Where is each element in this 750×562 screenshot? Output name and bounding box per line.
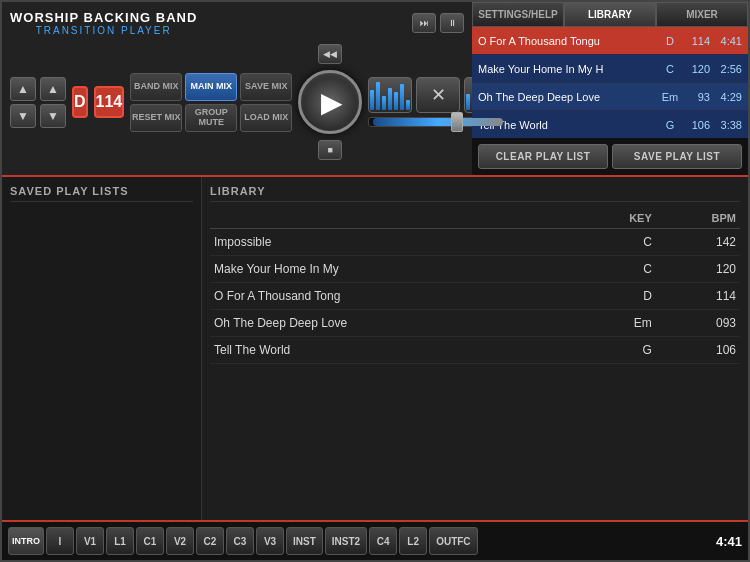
song-key: D xyxy=(658,35,682,47)
playlist-item[interactable]: O For A Thousand Tongu D 114 4:41 xyxy=(472,27,748,55)
app-title: WORSHIP BACKING BAND xyxy=(10,10,197,25)
playlist-item[interactable]: Make Your Home In My H C 120 2:56 xyxy=(472,55,748,83)
save-mix-btn[interactable]: SAVE MIX xyxy=(240,73,292,101)
mix-row-1: BAND MIX MAIN MIX SAVE MIX xyxy=(130,73,292,101)
bar6 xyxy=(400,84,404,110)
small-bottom-transport: ■ xyxy=(318,140,342,160)
c3-btn[interactable]: C3 xyxy=(226,527,254,555)
playlist-container: O For A Thousand Tongu D 114 4:41 Make Y… xyxy=(472,27,748,138)
bpm-down-btn[interactable]: ▼ xyxy=(40,104,66,128)
lib-song-name: Tell The World xyxy=(210,337,576,364)
app-subtitle: TRANSITION PLAYER xyxy=(10,25,197,36)
library-row[interactable]: Tell The World G 106 xyxy=(210,337,740,364)
v2-btn[interactable]: V2 xyxy=(166,527,194,555)
reset-mix-btn[interactable]: RESET MIX xyxy=(130,104,182,132)
load-mix-btn[interactable]: LOAD MIX xyxy=(240,104,292,132)
play-icon: ▶ xyxy=(321,86,343,119)
saved-playlists-header: SAVED PLAY LISTS xyxy=(10,185,193,202)
main-mix-btn[interactable]: MAIN MIX xyxy=(185,73,237,101)
bpm-up-btn[interactable]: ▲ xyxy=(40,77,66,101)
inst-btn[interactable]: INST xyxy=(286,527,323,555)
inst2-btn[interactable]: INST2 xyxy=(325,527,367,555)
playlist-item[interactable]: Tell The World G 106 3:38 xyxy=(472,111,748,138)
mix-row-2: RESET MIX GROUP MUTE LOAD MIX xyxy=(130,104,292,132)
fast-forward-btn[interactable]: ⏭ xyxy=(412,13,436,33)
right-panel: SETTINGS/HELP LIBRARY MIXER O For A Thou… xyxy=(472,2,748,175)
library-row[interactable]: Make Your Home In My C 120 xyxy=(210,256,740,283)
intro-btn[interactable]: INTRO xyxy=(8,527,44,555)
bar3 xyxy=(382,96,386,110)
crossfade-btn[interactable]: ✕ xyxy=(416,77,460,113)
c4-btn[interactable]: C4 xyxy=(369,527,397,555)
lib-song-name: Make Your Home In My xyxy=(210,256,576,283)
song-time: 4:41 xyxy=(710,35,742,47)
key-display: D xyxy=(72,86,88,118)
c1-btn[interactable]: C1 xyxy=(136,527,164,555)
bar1 xyxy=(370,90,374,110)
save-playlist-btn[interactable]: SAVE PLAY LIST xyxy=(612,144,742,169)
slider-thumb[interactable] xyxy=(451,112,463,132)
i-btn[interactable]: I xyxy=(46,527,74,555)
bar4 xyxy=(388,88,392,110)
library-header: LIBRARY xyxy=(210,185,740,202)
play-button[interactable]: ▶ xyxy=(298,70,362,134)
clear-playlist-btn[interactable]: CLEAR PLAY LIST xyxy=(478,144,608,169)
song-bpm: 120 xyxy=(682,63,710,75)
key-up-btn[interactable]: ▲ xyxy=(10,77,36,101)
song-time: 2:56 xyxy=(710,63,742,75)
lib-song-key: Em xyxy=(576,310,655,337)
library-row[interactable]: Impossible C 142 xyxy=(210,229,740,256)
library-row[interactable]: O For A Thousand Tong D 114 xyxy=(210,283,740,310)
stop-btn[interactable]: ■ xyxy=(318,140,342,160)
lib-song-key: C xyxy=(576,229,655,256)
rbar1 xyxy=(466,94,470,110)
lib-song-bpm: 120 xyxy=(656,256,740,283)
pause-btn[interactable]: ⏸ xyxy=(440,13,464,33)
tab-settings[interactable]: SETTINGS/HELP xyxy=(472,2,564,27)
key-down-btn[interactable]: ▼ xyxy=(10,104,36,128)
library-col-key: KEY xyxy=(576,208,655,229)
lib-song-bpm: 142 xyxy=(656,229,740,256)
rewind-btn[interactable]: ◀◀ xyxy=(318,44,342,64)
song-name: Make Your Home In My H xyxy=(478,63,658,75)
lib-song-name: Impossible xyxy=(210,229,576,256)
song-time: 3:38 xyxy=(710,119,742,131)
c2-btn[interactable]: C2 xyxy=(196,527,224,555)
lib-song-bpm: 106 xyxy=(656,337,740,364)
l1-btn[interactable]: L1 xyxy=(106,527,134,555)
small-transport: ◀◀ xyxy=(318,44,342,64)
middle-section: SAVED PLAY LISTS LIBRARY KEY BPM Impossi… xyxy=(2,177,748,520)
mix-buttons: BAND MIX MAIN MIX SAVE MIX RESET MIX GRO… xyxy=(130,73,292,132)
bottom-time: 4:41 xyxy=(716,534,742,549)
play-area: ◀◀ ▶ ■ xyxy=(298,44,362,160)
lib-song-key: D xyxy=(576,283,655,310)
v3-btn[interactable]: V3 xyxy=(256,527,284,555)
outfc-btn[interactable]: OUTFC xyxy=(429,527,477,555)
l2-btn[interactable]: L2 xyxy=(399,527,427,555)
bpm-display: 114 xyxy=(94,86,125,118)
library-col-name xyxy=(210,208,576,229)
band-mix-btn[interactable]: BAND MIX xyxy=(130,73,182,101)
tab-mixer[interactable]: MIXER xyxy=(656,2,748,27)
song-bpm: 93 xyxy=(682,91,710,103)
playlist-actions: CLEAR PLAY LIST SAVE PLAY LIST xyxy=(472,138,748,175)
v1-btn[interactable]: V1 xyxy=(76,527,104,555)
bar7 xyxy=(406,100,410,110)
library-panel: LIBRARY KEY BPM Impossible C 142 xyxy=(202,177,748,520)
tab-library[interactable]: LIBRARY xyxy=(564,2,656,27)
bar5 xyxy=(394,92,398,110)
bottom-bar: INTRO I V1 L1 C1 V2 C2 C3 V3 INST INST2 … xyxy=(2,520,748,560)
song-key: Em xyxy=(658,91,682,103)
bpm-arrows: ▲ ▼ xyxy=(40,77,66,128)
library-row[interactable]: Oh The Deep Deep Love Em 093 xyxy=(210,310,740,337)
right-tabs: SETTINGS/HELP LIBRARY MIXER xyxy=(472,2,748,27)
bars-left-btn[interactable] xyxy=(368,77,412,113)
library-col-bpm: BPM xyxy=(656,208,740,229)
song-bpm: 114 xyxy=(682,35,710,47)
master-slider[interactable] xyxy=(368,117,508,127)
playlist-item[interactable]: Oh The Deep Deep Love Em 93 4:29 xyxy=(472,83,748,111)
library-table: KEY BPM Impossible C 142 Make Your Home … xyxy=(210,208,740,364)
lib-song-name: Oh The Deep Deep Love xyxy=(210,310,576,337)
left-controls: WORSHIP BACKING BAND TRANSITION PLAYER ⏭… xyxy=(2,2,472,175)
group-mute-btn[interactable]: GROUP MUTE xyxy=(185,104,237,132)
